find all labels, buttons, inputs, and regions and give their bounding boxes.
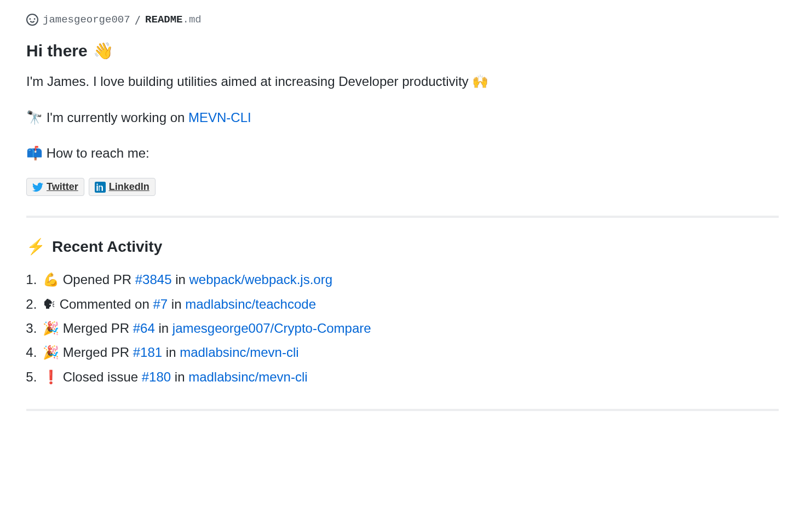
activity-repo-link[interactable]: madlabsinc/mevn-cli — [188, 369, 307, 384]
working-on-line: 🔭 I'm currently working on MEVN-CLI — [26, 107, 779, 128]
linkedin-badge[interactable]: LinkedIn — [89, 178, 156, 196]
linkedin-badge-label: LinkedIn — [109, 181, 150, 193]
activity-ref-link[interactable]: #3845 — [135, 272, 172, 287]
tada-emoji: 🎉 — [43, 316, 59, 340]
activity-repo-link[interactable]: madlabsinc/teachcode — [185, 297, 316, 311]
divider — [26, 409, 779, 411]
recent-activity-heading: ⚡ Recent Activity — [26, 238, 779, 256]
title-text: Hi there — [26, 42, 88, 60]
breadcrumb-extension: .md — [183, 14, 202, 26]
divider — [26, 216, 779, 218]
exclamation-emoji: ❗️ — [43, 365, 59, 389]
reach-me-text: How to reach me: — [43, 146, 150, 160]
speaking-emoji: 🗣 — [43, 292, 56, 316]
activity-ref-link[interactable]: #7 — [153, 297, 168, 311]
activity-item: 🗣 Commented on #7 in madlabsinc/teachcod… — [41, 292, 779, 316]
activity-repo-link[interactable]: madlabsinc/mevn-cli — [180, 345, 298, 360]
activity-in: in — [155, 321, 173, 336]
reach-me-line: 📫 How to reach me: — [26, 143, 779, 164]
activity-repo-link[interactable]: jamesgeorge007/Crypto-Compare — [173, 321, 371, 336]
mailbox-emoji: 📫 — [26, 143, 43, 164]
breadcrumb-filename: README — [145, 14, 182, 26]
intro-text: I'm James. I love building utilities aim… — [26, 74, 472, 89]
tada-emoji: 🎉 — [43, 340, 59, 365]
raised-hands-emoji: 🙌 — [472, 71, 488, 92]
readme-container: jamesgeorge007 / README.md Hi there 👋 I'… — [0, 0, 805, 444]
activity-in: in — [168, 297, 185, 311]
social-badges: Twitter LinkedIn — [26, 178, 779, 196]
activity-action: Opened PR — [63, 272, 135, 287]
activity-action: Closed issue — [63, 369, 142, 384]
working-on-text: I'm currently working on — [43, 110, 188, 125]
zap-emoji: ⚡ — [26, 238, 45, 256]
svg-rect-0 — [95, 182, 106, 193]
activity-ref-link[interactable]: #180 — [142, 369, 171, 384]
activity-ref-link[interactable]: #64 — [133, 321, 155, 336]
activity-action: Commented on — [60, 297, 153, 311]
activity-item: 🎉 Merged PR #181 in madlabsinc/mevn-cli — [41, 340, 779, 365]
page-title: Hi there 👋 — [26, 41, 779, 60]
working-on-link[interactable]: MEVN-CLI — [188, 110, 251, 125]
activity-ref-link[interactable]: #181 — [133, 345, 162, 360]
breadcrumb-user[interactable]: jamesgeorge007 — [43, 14, 130, 26]
activity-item: 🎉 Merged PR #64 in jamesgeorge007/Crypto… — [41, 316, 779, 340]
smiley-icon — [26, 14, 38, 26]
activity-action: Merged PR — [63, 345, 133, 360]
telescope-emoji: 🔭 — [26, 107, 43, 128]
twitter-icon — [32, 182, 43, 193]
linkedin-icon — [95, 182, 106, 193]
breadcrumb-separator: / — [135, 14, 141, 26]
activity-action: Merged PR — [63, 321, 133, 336]
activity-repo-link[interactable]: webpack/webpack.js.org — [189, 272, 332, 287]
muscle-emoji: 💪 — [43, 268, 59, 292]
activity-list: 💪 Opened PR #3845 in webpack/webpack.js.… — [26, 268, 779, 389]
wave-emoji: 👋 — [93, 41, 113, 60]
breadcrumb: jamesgeorge007 / README.md — [26, 13, 779, 26]
activity-item: ❗️ Closed issue #180 in madlabsinc/mevn-… — [41, 365, 779, 389]
activity-in: in — [172, 272, 189, 287]
twitter-badge-label: Twitter — [47, 181, 78, 193]
intro-paragraph: I'm James. I love building utilities aim… — [26, 71, 779, 92]
activity-item: 💪 Opened PR #3845 in webpack/webpack.js.… — [41, 268, 779, 292]
recent-activity-title: Recent Activity — [52, 238, 162, 256]
activity-in: in — [162, 345, 180, 360]
activity-in: in — [171, 369, 188, 384]
twitter-badge[interactable]: Twitter — [26, 178, 84, 196]
